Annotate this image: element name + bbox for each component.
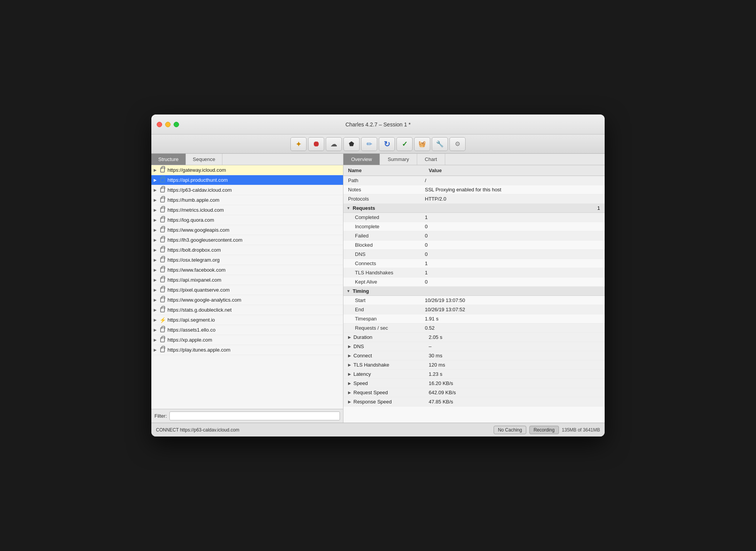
main-window: Charles 4.2.7 – Session 1 * ✦ ⏺ ☁ ⬟ ✏ ↻ … bbox=[151, 115, 605, 436]
stop-button[interactable]: ☁ bbox=[326, 137, 342, 151]
collapsed-row-label: ▶ Latency bbox=[343, 370, 424, 378]
list-item[interactable]: ▶ https://lh3.googleusercontent.com bbox=[151, 235, 343, 245]
row-value: 0 bbox=[420, 232, 432, 240]
section-title: Timing bbox=[351, 287, 370, 295]
row-value: 10/26/19 13:07:50 bbox=[420, 296, 470, 304]
check-button[interactable]: ✓ bbox=[396, 137, 413, 151]
table-row[interactable]: ▶ Connect 30 ms bbox=[343, 351, 605, 360]
record-button[interactable]: ⏺ bbox=[308, 137, 324, 151]
table-row[interactable]: ▶ Latency 1.23 s bbox=[343, 370, 605, 379]
row-label: Blocked bbox=[343, 241, 420, 249]
collapse-arrow: ▶ bbox=[154, 228, 159, 232]
list-item[interactable]: ▶ https://api.mixpanel.com bbox=[151, 275, 343, 285]
list-item[interactable]: ▶ https://p63-caldav.icloud.com bbox=[151, 185, 343, 195]
clear-button[interactable]: ⬟ bbox=[343, 137, 360, 151]
collapsed-row-label: ▶ Connect bbox=[343, 352, 424, 360]
row-value: 0 bbox=[420, 278, 432, 286]
list-item[interactable]: ▶ https://pixel.quantserve.com bbox=[151, 285, 343, 295]
collapsed-row-label: ▶ Response Speed bbox=[343, 398, 424, 406]
item-url: https://bolt.dropbox.com bbox=[167, 247, 341, 253]
row-value: 1.23 s bbox=[424, 370, 447, 378]
table-row: Connects 1 bbox=[343, 259, 605, 268]
section-header-timing[interactable]: ▼ Timing bbox=[343, 287, 605, 296]
list-item[interactable]: ▶ https://metrics.icloud.com bbox=[151, 205, 343, 215]
tab-overview[interactable]: Overview bbox=[343, 154, 380, 165]
lock-icon bbox=[159, 237, 166, 243]
filter-label: Filter: bbox=[154, 413, 167, 419]
row-value: 120 ms bbox=[424, 361, 450, 369]
detail-panel: Overview Summary Chart Name Value Path /… bbox=[343, 154, 605, 423]
table-row: Requests / sec 0.52 bbox=[343, 324, 605, 333]
pen-button[interactable]: ✏ bbox=[361, 137, 377, 151]
tab-chart[interactable]: Chart bbox=[417, 154, 445, 165]
lock-icon bbox=[159, 327, 166, 333]
pointer-tool-button[interactable]: ✦ bbox=[290, 137, 307, 151]
memory-usage: 135MB of 3641MB bbox=[562, 427, 600, 433]
list-item[interactable]: ▶ https://stats.g.doubleclick.net bbox=[151, 305, 343, 315]
lock-icon bbox=[159, 247, 166, 253]
lock-icon bbox=[159, 287, 166, 293]
col-name-header: Name bbox=[343, 167, 424, 174]
refresh-button[interactable]: ↻ bbox=[379, 137, 395, 151]
table-header: Name Value bbox=[343, 165, 605, 176]
sidebar-tab-bar: Structure Sequence bbox=[151, 154, 343, 165]
recording-button[interactable]: Recording bbox=[529, 426, 559, 434]
table-row[interactable]: ▶ Duration 2.05 s bbox=[343, 333, 605, 342]
list-item[interactable]: ▶ https://osx.telegram.org bbox=[151, 255, 343, 265]
table-row[interactable]: ▶ Request Speed 642.09 KB/s bbox=[343, 388, 605, 397]
sidebar: Structure Sequence ▶ https://gateway.icl… bbox=[151, 154, 343, 423]
row-label: TLS Handshakes bbox=[343, 269, 420, 277]
basket-button[interactable]: 🧺 bbox=[414, 137, 430, 151]
minimize-button[interactable] bbox=[165, 122, 171, 127]
list-item[interactable]: ▶ https://play.itunes.apple.com bbox=[151, 345, 343, 355]
list-item[interactable]: ▶ https://www.googleapis.com bbox=[151, 225, 343, 235]
item-url: https://stats.g.doubleclick.net bbox=[167, 307, 341, 313]
filter-input[interactable] bbox=[169, 412, 340, 420]
window-title: Charles 4.2.7 – Session 1 * bbox=[345, 121, 411, 128]
list-item[interactable]: ▶ https://www.facebook.com bbox=[151, 265, 343, 275]
item-url: https://www.google-analytics.com bbox=[167, 297, 341, 303]
list-item[interactable]: ▶ https://api.producthunt.com bbox=[151, 175, 343, 185]
row-label: DNS bbox=[343, 250, 420, 258]
row-value: 0 bbox=[420, 222, 432, 231]
traffic-lights bbox=[157, 122, 179, 127]
tab-structure[interactable]: Structure bbox=[151, 154, 186, 165]
list-item[interactable]: ▶ https://assets1.ello.co bbox=[151, 325, 343, 335]
collapse-arrow: ▶ bbox=[154, 248, 159, 252]
list-item[interactable]: ▶ https://log.quora.com bbox=[151, 215, 343, 225]
settings-button[interactable]: ⚙ bbox=[449, 137, 466, 151]
section-header-requests[interactable]: ▼ Requests 1 bbox=[343, 204, 605, 213]
list-item[interactable]: ▶ https://gateway.icloud.com bbox=[151, 165, 343, 175]
list-item[interactable]: ▶ https://xp.apple.com bbox=[151, 335, 343, 345]
collapsed-row-label: ▶ DNS bbox=[343, 342, 424, 350]
table-row[interactable]: ▶ Response Speed 47.85 KB/s bbox=[343, 397, 605, 407]
item-url: https://play.itunes.apple.com bbox=[167, 347, 341, 353]
section-title: Requests bbox=[351, 204, 377, 212]
row-label: Kept Alive bbox=[343, 278, 420, 286]
lock-icon bbox=[159, 347, 166, 353]
list-item[interactable]: ▶ https://humb.apple.com bbox=[151, 195, 343, 205]
table-row: End 10/26/19 13:07:52 bbox=[343, 305, 605, 314]
no-caching-button[interactable]: No Caching bbox=[494, 426, 526, 434]
list-item[interactable]: ▶ https://bolt.dropbox.com bbox=[151, 245, 343, 255]
table-row: DNS 0 bbox=[343, 250, 605, 259]
list-item[interactable]: ▶ https://www.google-analytics.com bbox=[151, 295, 343, 305]
title-bar: Charles 4.2.7 – Session 1 * bbox=[151, 115, 605, 134]
collapse-arrow: ▶ bbox=[154, 278, 159, 282]
lock-icon bbox=[159, 167, 166, 173]
lock-icon bbox=[159, 257, 166, 263]
list-item[interactable]: ▶ ⚡ https://api.segment.io bbox=[151, 315, 343, 325]
table-row[interactable]: ▶ Speed 16.20 KB/s bbox=[343, 379, 605, 388]
tools-button[interactable]: 🔧 bbox=[432, 137, 448, 151]
row-value: / bbox=[420, 176, 431, 184]
table-row[interactable]: ▶ TLS Handshake 120 ms bbox=[343, 360, 605, 370]
close-button[interactable] bbox=[157, 122, 162, 127]
item-url: https://metrics.icloud.com bbox=[167, 207, 341, 213]
tab-sequence[interactable]: Sequence bbox=[186, 154, 223, 165]
table-row[interactable]: ▶ DNS – bbox=[343, 342, 605, 351]
lock-icon bbox=[159, 307, 166, 313]
collapse-arrow: ▶ bbox=[154, 238, 159, 242]
tab-summary[interactable]: Summary bbox=[380, 154, 417, 165]
item-url: https://log.quora.com bbox=[167, 217, 341, 223]
maximize-button[interactable] bbox=[174, 122, 179, 127]
